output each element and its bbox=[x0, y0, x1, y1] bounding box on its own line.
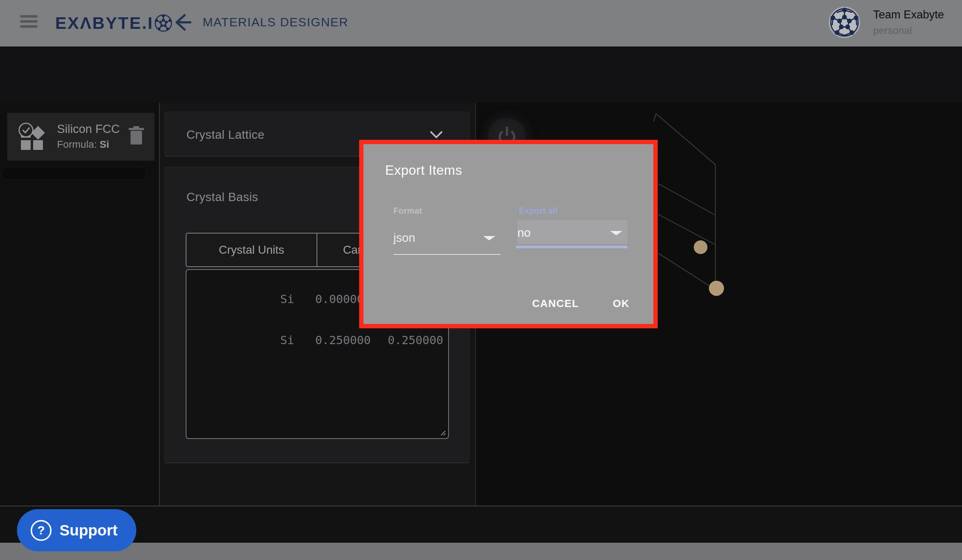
account-widget[interactable]: Team Exabyte personal bbox=[829, 6, 944, 38]
cancel-button[interactable]: CANCEL bbox=[526, 293, 586, 315]
logo-text: EXΛBYTE.I bbox=[55, 13, 153, 33]
material-list-item[interactable]: Silicon FCC Formula: Si bbox=[7, 113, 155, 161]
format-underline bbox=[393, 254, 500, 255]
textarea-resize-grip-icon[interactable] bbox=[439, 429, 446, 436]
top-header: EXΛBYTE.I MATERIALS DESIGNER bbox=[0, 0, 962, 47]
support-button[interactable]: ? Support bbox=[17, 509, 136, 551]
chevron-down-icon[interactable] bbox=[429, 129, 444, 140]
page-title: MATERIALS DESIGNER bbox=[203, 15, 348, 29]
materials-sidebar: Silicon FCC Formula: Si bbox=[0, 103, 159, 505]
export-items-dialog: Export Items Format json Export all no C… bbox=[359, 140, 658, 328]
export-all-underline bbox=[516, 246, 627, 248]
account-subtitle: personal bbox=[873, 25, 944, 36]
delete-material-icon[interactable] bbox=[128, 126, 145, 146]
crystal-cell-wireframe bbox=[646, 108, 732, 303]
material-formula: Formula: Si bbox=[57, 139, 109, 150]
crystal-lattice-title: Crystal Lattice bbox=[186, 128, 265, 142]
dialog-actions: CANCEL OK bbox=[526, 293, 636, 315]
format-label: Format bbox=[393, 206, 500, 216]
main-menubar: INPUT/OUTPUT EDIT VIEW ADVANCED HELP bbox=[0, 47, 962, 103]
exabyte-logo[interactable]: EXΛBYTE.I bbox=[55, 13, 172, 33]
triangle-down-icon bbox=[610, 231, 622, 235]
format-value: json bbox=[393, 231, 415, 245]
question-circle-icon: ? bbox=[31, 520, 52, 541]
ok-button[interactable]: OK bbox=[607, 293, 636, 315]
tab-crystal-units[interactable]: Crystal Units bbox=[186, 233, 317, 267]
triangle-down-icon bbox=[483, 236, 496, 240]
sidebar-collapsed-bar[interactable] bbox=[1, 167, 146, 180]
material-widgets-check-icon bbox=[16, 121, 47, 153]
dialog-title: Export Items bbox=[385, 163, 462, 178]
material-name: Silicon FCC bbox=[57, 122, 120, 136]
back-arrow-icon[interactable] bbox=[172, 12, 192, 32]
export-all-value: no bbox=[517, 226, 531, 240]
format-select[interactable]: json bbox=[393, 225, 500, 251]
avatar[interactable] bbox=[829, 6, 860, 38]
export-all-label: Export all bbox=[519, 206, 627, 216]
hamburger-menu-icon[interactable] bbox=[20, 15, 37, 29]
crystal-basis-title: Crystal Basis bbox=[186, 190, 258, 204]
export-all-field: Export all no bbox=[519, 206, 627, 244]
avatar-fullerene-icon bbox=[830, 8, 859, 37]
export-all-select[interactable]: no bbox=[517, 220, 627, 244]
support-label: Support bbox=[60, 522, 118, 539]
bottom-scroll-strip[interactable] bbox=[0, 543, 962, 560]
atom-sphere bbox=[709, 281, 724, 296]
format-field: Format json bbox=[393, 206, 500, 251]
page-footer bbox=[0, 505, 962, 543]
materials-designer-app: EXΛBYTE.I MATERIALS DESIGNER bbox=[0, 0, 962, 560]
atom-sphere bbox=[694, 240, 707, 254]
logo-soccer-ball-icon bbox=[154, 14, 172, 32]
account-name: Team Exabyte bbox=[873, 8, 944, 21]
